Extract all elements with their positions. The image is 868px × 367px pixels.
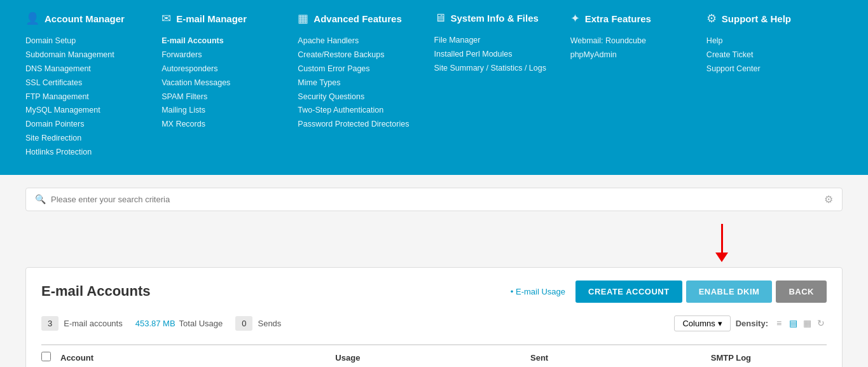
nav-link-password-protected-directories[interactable]: Password Protected Directories <box>298 118 434 132</box>
column-smtp-log: SMTP Log <box>635 353 827 363</box>
nav-link-create-restore-backups[interactable]: Create/Restore Backups <box>298 48 434 62</box>
nav-section-title-account-manager: Account Manager <box>45 13 125 24</box>
chevron-down-icon: ▾ <box>718 319 722 328</box>
nav-link-help[interactable]: Help <box>706 34 843 48</box>
columns-label: Columns <box>682 319 715 328</box>
nav-link-forwarders[interactable]: Forwarders <box>162 48 298 62</box>
nav-link-site-summary---statistics---logs[interactable]: Site Summary / Statistics / Logs <box>434 62 570 76</box>
nav-section-header-account-manager: 👤Account Manager <box>25 11 162 25</box>
select-all-checkbox-wrap[interactable] <box>41 352 60 364</box>
top-navigation: 👤Account ManagerDomain SetupSubdomain Ma… <box>0 0 868 175</box>
nav-link-installed-perl-modules[interactable]: Installed Perl Modules <box>434 48 570 62</box>
nav-link-vacation-messages[interactable]: Vacation Messages <box>162 76 298 90</box>
search-bar-container: 🔍 ⚙ <box>25 188 843 211</box>
table-header: Account Usage Sent SMTP Log <box>41 344 827 367</box>
column-usage: Usage <box>252 353 443 363</box>
usage-value: 453.87 MB <box>135 319 176 328</box>
red-arrow <box>712 224 731 262</box>
nav-link-spam-filters[interactable]: SPAM Filters <box>162 90 298 104</box>
nav-section-header-advanced-features: ▦Advanced Features <box>298 11 434 25</box>
nav-section-header-system-info: 🖥System Info & Files <box>434 11 570 25</box>
system-info-icon: 🖥 <box>434 11 446 25</box>
nav-link-webmail--roundcube[interactable]: Webmail: Roundcube <box>570 34 706 48</box>
nav-link-mx-records[interactable]: MX Records <box>162 118 298 132</box>
nav-section-support-help: ⚙Support & HelpHelpCreate TicketSupport … <box>706 11 843 160</box>
nav-link-security-questions[interactable]: Security Questions <box>298 90 434 104</box>
density-compact-icon[interactable]: ▦ <box>801 317 813 329</box>
email-count-label: E-mail accounts <box>64 319 122 328</box>
nav-section-header-support-help: ⚙Support & Help <box>706 11 843 25</box>
search-input[interactable] <box>51 195 824 204</box>
nav-section-title-advanced-features: Advanced Features <box>313 13 401 24</box>
columns-button[interactable]: Columns ▾ <box>674 315 730 331</box>
sends-label: Sends <box>258 319 281 328</box>
usage-label: Total Usage <box>179 319 223 328</box>
nav-link-hotlinks-protection[interactable]: Hotlinks Protection <box>25 146 162 160</box>
advanced-features-icon: ▦ <box>298 11 308 25</box>
arrow-indicator <box>25 224 843 262</box>
nav-section-system-info: 🖥System Info & FilesFile ManagerInstalle… <box>434 11 570 160</box>
email-manager-icon: ✉ <box>162 11 171 25</box>
nav-link-phpmyadmin[interactable]: phpMyAdmin <box>570 48 706 62</box>
search-icon: 🔍 <box>35 194 46 204</box>
extra-features-icon: ✦ <box>570 11 580 25</box>
nav-link-mailing-lists[interactable]: Mailing Lists <box>162 104 298 118</box>
nav-section-header-extra-features: ✦Extra Features <box>570 11 706 25</box>
nav-link-site-redirection[interactable]: Site Redirection <box>25 132 162 146</box>
density-lines-icon[interactable]: ≡ <box>773 317 785 329</box>
back-button[interactable]: BACK <box>776 280 827 303</box>
nav-section-email-manager: ✉E-mail ManagerE-mail AccountsForwarders… <box>162 11 298 160</box>
refresh-icon[interactable]: ↻ <box>815 317 827 329</box>
nav-link-two-step-authentication[interactable]: Two-Step Authentication <box>298 104 434 118</box>
nav-link-mime-types[interactable]: Mime Types <box>298 76 434 90</box>
density-label: Density: <box>736 319 768 328</box>
email-section-title: E-mail Accounts <box>41 283 511 300</box>
create-account-button[interactable]: CREATE ACCOUNT <box>575 280 682 303</box>
nav-section-title-support-help: Support & Help <box>722 13 791 24</box>
nav-link-dns-management[interactable]: DNS Management <box>25 62 162 76</box>
nav-section-advanced-features: ▦Advanced FeaturesApache HandlersCreate/… <box>298 11 434 160</box>
nav-link-custom-error-pages[interactable]: Custom Error Pages <box>298 62 434 76</box>
nav-link-create-ticket[interactable]: Create Ticket <box>706 48 843 62</box>
density-area: Columns ▾ Density: ≡ ▤ ▦ ↻ <box>674 315 827 331</box>
nav-link-apache-handlers[interactable]: Apache Handlers <box>298 34 434 48</box>
nav-section-account-manager: 👤Account ManagerDomain SetupSubdomain Ma… <box>25 11 162 160</box>
email-section-header: E-mail Accounts • E-mail Usage CREATE AC… <box>41 280 827 303</box>
nav-link-subdomain-management[interactable]: Subdomain Management <box>25 48 162 62</box>
nav-section-title-extra-features: Extra Features <box>585 13 651 24</box>
column-account: Account <box>60 353 252 363</box>
nav-section-title-email-manager: E-mail Manager <box>176 13 247 24</box>
density-icons: ≡ ▤ ▦ ↻ <box>773 317 827 329</box>
email-accounts-section: E-mail Accounts • E-mail Usage CREATE AC… <box>25 267 843 367</box>
nav-section-title-system-info: System Info & Files <box>451 13 539 24</box>
email-usage-link[interactable]: • E-mail Usage <box>511 287 565 296</box>
nav-link-domain-pointers[interactable]: Domain Pointers <box>25 118 162 132</box>
column-sent: Sent <box>444 353 635 363</box>
nav-section-extra-features: ✦Extra FeaturesWebmail: RoundcubephpMyAd… <box>570 11 706 160</box>
nav-link-support-center[interactable]: Support Center <box>706 62 843 76</box>
content-area: 🔍 ⚙ E-mail Accounts • E-mail Usage CREAT… <box>0 175 868 367</box>
gear-icon[interactable]: ⚙ <box>824 193 833 205</box>
nav-section-header-email-manager: ✉E-mail Manager <box>162 11 298 25</box>
account-manager-icon: 👤 <box>25 11 39 25</box>
stats-row: 3 E-mail accounts 453.87 MB Total Usage … <box>41 315 827 331</box>
sends-badge: 0 <box>235 316 252 331</box>
support-help-icon: ⚙ <box>706 11 717 25</box>
nav-link-ftp-management[interactable]: FTP Management <box>25 90 162 104</box>
nav-link-ssl-certificates[interactable]: SSL Certificates <box>25 76 162 90</box>
density-medium-icon[interactable]: ▤ <box>787 317 799 329</box>
nav-link-file-manager[interactable]: File Manager <box>434 34 570 48</box>
select-all-checkbox[interactable] <box>41 352 51 361</box>
nav-link-autoresponders[interactable]: Autoresponders <box>162 62 298 76</box>
nav-link-mysql-management[interactable]: MySQL Management <box>25 104 162 118</box>
enable-dkim-button[interactable]: ENABLE DKIM <box>686 280 773 303</box>
email-count-badge: 3 <box>41 316 59 331</box>
nav-link-e-mail-accounts[interactable]: E-mail Accounts <box>162 34 298 48</box>
nav-link-domain-setup[interactable]: Domain Setup <box>25 34 162 48</box>
